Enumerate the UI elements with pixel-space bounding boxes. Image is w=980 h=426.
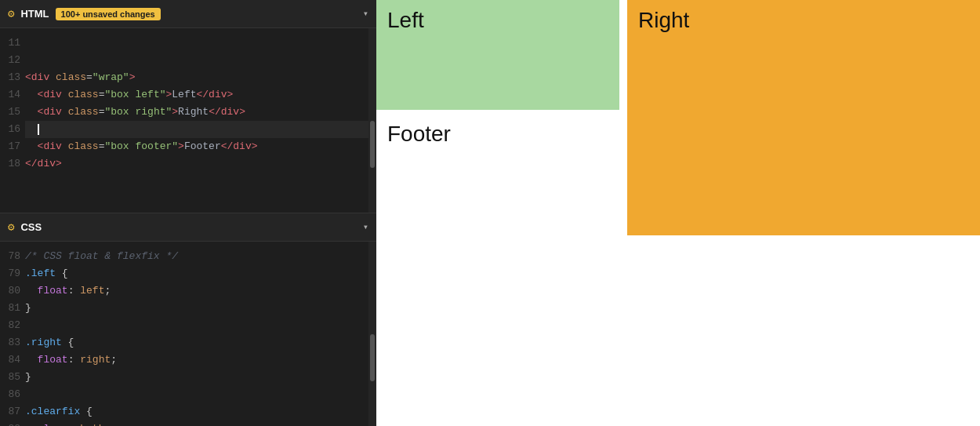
html-title: HTML	[20, 8, 49, 20]
preview-panel: Left Right Footer	[376, 0, 980, 426]
preview-right-label: Right	[627, 0, 980, 41]
html-section: ⚙ HTML 100+ unsaved changes ▾ 11 12 13 1…	[0, 0, 376, 213]
css-chevron[interactable]: ▾	[363, 221, 368, 233]
html-code-area[interactable]: 11 12 13 14 15 16 17 18 <div class="wrap…	[0, 28, 376, 213]
css-line-numbers: 78 79 80 81 82 83 84 85 86 87 88 89	[0, 242, 25, 426]
html-scrollbar[interactable]	[368, 28, 376, 213]
css-section: ⚙ CSS ▾ 78 79 80 81 82 83 84 85 86 87 88…	[0, 213, 376, 426]
html-header: ⚙ HTML 100+ unsaved changes ▾	[0, 0, 376, 28]
css-code-lines[interactable]: /* CSS float & flexfix */.left { float: …	[25, 242, 368, 426]
html-code-lines[interactable]: <div class="wrap"> <div class="box left"…	[25, 28, 368, 213]
css-code-area[interactable]: 78 79 80 81 82 83 84 85 86 87 88 89 /* C…	[0, 242, 376, 426]
css-icon: ⚙	[8, 220, 14, 234]
preview-left-box: Left	[376, 0, 619, 110]
css-title: CSS	[20, 221, 42, 233]
html-icon: ⚙	[8, 7, 14, 20]
editor-panel: ⚙ HTML 100+ unsaved changes ▾ 11 12 13 1…	[0, 0, 376, 426]
html-chevron[interactable]: ▾	[363, 8, 368, 20]
css-header: ⚙ CSS ▾	[0, 213, 376, 242]
unsaved-badge: 100+ unsaved changes	[56, 8, 161, 20]
html-scrollbar-thumb[interactable]	[370, 121, 375, 168]
html-line-numbers: 11 12 13 14 15 16 17 18	[0, 28, 25, 213]
css-scrollbar-thumb[interactable]	[370, 334, 375, 381]
css-scrollbar[interactable]	[368, 242, 376, 426]
preview-footer-label: Footer	[376, 114, 462, 155]
preview-right-box: Right	[627, 0, 980, 235]
preview-left-label: Left	[376, 0, 619, 41]
